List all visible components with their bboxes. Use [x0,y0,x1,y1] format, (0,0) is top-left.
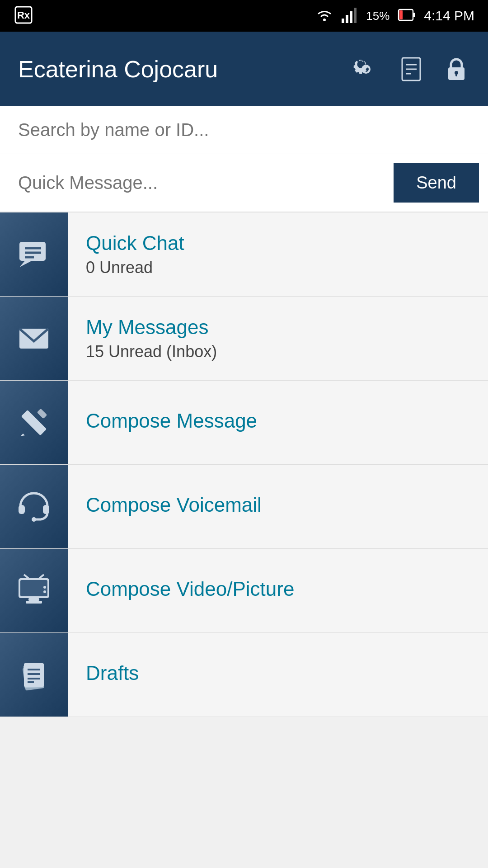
svg-rect-34 [26,601,42,604]
lock-icon [443,56,470,83]
search-section [0,106,488,154]
quick-message-section: Send [0,154,488,212]
quick-chat-title: Quick Chat [86,232,470,255]
svg-rect-4 [346,15,348,23]
app-header: Ecaterina Cojocaru [0,32,488,106]
quick-chat-content: Quick Chat 0 Unread [68,212,488,296]
my-messages-icon-box [0,297,68,380]
envelope-icon [16,321,52,357]
lock-button[interactable] [443,56,470,83]
compose-message-icon-box [0,381,68,464]
list-item[interactable]: My Messages 15 Unread (Inbox) [0,297,488,381]
svg-rect-5 [350,11,352,23]
bookmark-button[interactable] [398,56,425,83]
svg-rect-8 [413,13,415,17]
battery-text: 15% [366,9,389,23]
pencil-icon [16,405,52,441]
list-item[interactable]: Drafts [0,633,488,717]
svg-rect-33 [28,598,39,601]
svg-line-32 [39,575,44,578]
svg-rect-26 [19,505,25,514]
tv-icon [16,573,52,609]
compose-message-content: Compose Message [68,381,488,464]
status-time: 4:14 PM [424,8,474,24]
compose-video-icon-box [0,549,68,632]
search-input[interactable] [18,120,470,140]
list-item[interactable]: Compose Video/Picture [0,549,488,633]
headset-icon [16,489,52,525]
quick-chat-subtitle: 0 Unread [86,258,470,277]
list-item[interactable]: Compose Message [0,381,488,465]
settings-button[interactable] [352,56,380,83]
gear-icon [352,56,380,83]
my-messages-subtitle: 15 Unread (Inbox) [86,342,470,361]
app-icon: Rx [14,5,33,27]
compose-message-title: Compose Message [86,410,470,432]
send-button[interactable]: Send [394,163,479,203]
my-messages-content: My Messages 15 Unread (Inbox) [68,297,488,380]
bookmark-icon [398,56,425,83]
chat-icon [16,236,52,273]
quick-message-input[interactable] [18,173,394,193]
drafts-title: Drafts [86,662,470,684]
my-messages-title: My Messages [86,316,470,339]
menu-list: Quick Chat 0 Unread My Messages 15 Unrea… [0,212,488,717]
svg-marker-21 [19,261,32,267]
signal-icon [342,6,358,26]
list-item[interactable]: Compose Voicemail [0,465,488,549]
compose-voicemail-icon-box [0,465,68,548]
svg-rect-9 [399,10,403,19]
compose-voicemail-title: Compose Voicemail [86,494,470,516]
svg-text:Rx: Rx [17,9,30,21]
svg-point-36 [43,590,46,593]
svg-rect-16 [455,73,457,76]
user-name: Ecaterina Cojocaru [18,56,339,83]
svg-point-2 [323,19,326,21]
quick-chat-icon-box [0,212,68,296]
svg-rect-6 [354,8,357,23]
compose-voicemail-content: Compose Voicemail [68,465,488,548]
compose-video-title: Compose Video/Picture [86,578,470,600]
battery-icon [398,6,416,26]
drafts-icon [16,657,52,693]
svg-rect-3 [342,19,344,23]
svg-line-31 [24,575,28,578]
wifi-icon [315,6,333,26]
header-actions [352,56,470,83]
status-bar: Rx 15% 4:14 PM [0,0,488,32]
svg-rect-30 [20,580,47,596]
drafts-content: Drafts [68,633,488,717]
drafts-icon-box [0,633,68,717]
compose-video-content: Compose Video/Picture [68,549,488,632]
svg-point-28 [32,517,36,522]
svg-rect-25 [37,408,47,419]
svg-marker-24 [20,434,25,436]
list-item[interactable]: Quick Chat 0 Unread [0,212,488,297]
svg-point-35 [43,586,46,589]
